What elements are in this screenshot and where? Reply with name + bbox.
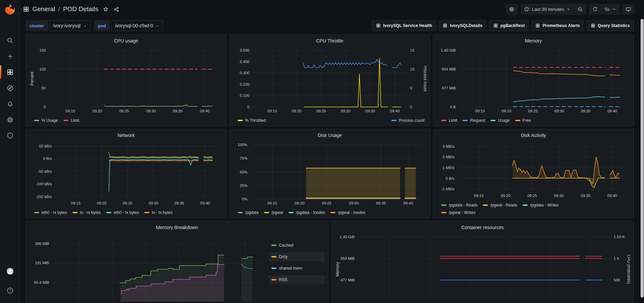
time-range-button[interactable]: Last 30 minutes	[521, 4, 574, 15]
refresh-interval-button[interactable]: 5s	[602, 4, 619, 15]
panel-title[interactable]: Memory Breakdown	[29, 223, 325, 232]
svg-text:15: 15	[410, 48, 414, 52]
legend-item[interactable]: Limit	[441, 117, 457, 124]
svg-text:09:30: 09:30	[341, 109, 351, 113]
dashboard-link[interactable]: Query Statistics	[587, 20, 634, 31]
legend-item[interactable]: Request	[463, 117, 485, 124]
refresh-button[interactable]	[589, 4, 601, 15]
disk-usage-chart[interactable]: 0%25%50%75%100%09:1509:2009:2509:3009:35…	[233, 140, 427, 208]
panel-disk-usage: Disk Usage 0%25%50%75%100%09:1509:2009:2…	[229, 129, 430, 218]
profile-icon	[6, 268, 14, 275]
cpu-usage-chart[interactable]: 05010015009:1509:2009:2509:3009:3509:40P…	[29, 46, 223, 116]
star-icon[interactable]	[103, 6, 109, 12]
legend-item[interactable]: /pgdata	[238, 209, 259, 216]
svg-text:0.500: 0.500	[240, 48, 250, 52]
svg-text:100: 100	[39, 67, 46, 71]
svg-text:09:25: 09:25	[322, 201, 331, 205]
breadcrumb-page[interactable]: POD Details	[63, 5, 98, 13]
svg-text:1.40 GiB: 1.40 GiB	[441, 48, 456, 52]
panel-title[interactable]: CPU usage	[29, 37, 223, 46]
legend-item[interactable]: /pgwal - Writes	[441, 209, 475, 216]
kiosk-mode-button[interactable]	[622, 4, 635, 15]
sidebar-item-configuration[interactable]	[0, 112, 20, 128]
svg-text:09:20: 09:20	[502, 109, 511, 113]
legend-item[interactable]: Process count	[391, 117, 425, 124]
sidebar-item-dashboards[interactable]	[0, 64, 20, 80]
panel-network: Network -150 kB/s-100 kB/s-50 kB/s0 B/s5…	[26, 129, 227, 218]
legend-item[interactable]: eth0 - tx bytes	[106, 209, 139, 216]
scrollbar[interactable]	[641, 19, 644, 298]
dashboard-link[interactable]: pgBackRest	[489, 20, 529, 31]
legend-item[interactable]: Cached	[269, 241, 325, 250]
dashboard-link[interactable]: IvorySQL Service Health	[372, 20, 436, 31]
create-icon	[6, 53, 14, 60]
svg-text:CPU (millicores): CPU (millicores)	[626, 255, 630, 284]
sidebar-item-create[interactable]	[0, 48, 20, 64]
svg-text:09:30: 09:30	[554, 194, 564, 198]
panel-title[interactable]: Disk Usage	[233, 131, 427, 140]
dashboard-link[interactable]: Prometheus Alerts	[531, 20, 584, 31]
dashboard-link[interactable]: IvorySQLDetails	[439, 20, 487, 31]
panel-title[interactable]: Container resources	[335, 223, 630, 232]
legend-item[interactable]: /pgdata - Reads	[441, 202, 477, 209]
svg-text:09:20: 09:20	[92, 109, 102, 113]
time-picker-group: Last 30 minutes	[521, 4, 586, 15]
chevron-down-icon	[612, 7, 616, 11]
memory-chart[interactable]: 0 B477 MiB954 MiB1.40 GiB09:1509:2009:25…	[437, 46, 630, 116]
help-icon: ?	[6, 287, 14, 294]
sidebar-item-alerting[interactable]	[0, 96, 20, 112]
svg-text:09:25: 09:25	[119, 109, 129, 113]
share-icon[interactable]	[113, 6, 120, 12]
legend-item[interactable]: Dirty	[269, 252, 325, 261]
alerting-icon	[6, 100, 14, 108]
panel-memory-breakdown: Memory Breakdown 95.4 MiB191 MiB286 MiB0…	[26, 221, 328, 303]
legend-item[interactable]: /pgwal - Reads	[483, 202, 517, 209]
network-chart[interactable]: -150 kB/s-100 kB/s-50 kB/s0 B/s50 kB/s09…	[29, 140, 223, 208]
variable-cluster: clusterivory:ivorysql	[26, 20, 91, 31]
panel-title[interactable]: CPU Throttle	[233, 37, 427, 46]
sidebar-item-server-admin[interactable]	[0, 128, 20, 143]
panel-title[interactable]: Disk Activity	[437, 131, 630, 140]
topbar: General / POD Details Last 30 minutes	[20, 0, 644, 18]
memory-breakdown-chart[interactable]: 95.4 MiB191 MiB286 MiB09:1509:2009:2509:…	[29, 232, 267, 303]
breadcrumb-folder[interactable]: General	[32, 5, 55, 13]
legend-item[interactable]: % Throttled	[238, 117, 266, 124]
panel-title[interactable]: Memory	[437, 37, 630, 46]
dashboard-settings-button[interactable]	[505, 4, 518, 15]
legend-item[interactable]: RSS	[269, 275, 325, 284]
chevron-down-icon	[83, 24, 87, 28]
subbar: clusterivory:ivorysql podivorysql-00-z5w…	[20, 18, 644, 34]
cpu-throttle-chart[interactable]: 00.1000.2000.3000.4000.50009:1509:2009:2…	[233, 46, 427, 116]
variable-label: pod	[94, 20, 110, 31]
legend-item[interactable]: shared mem	[269, 264, 325, 273]
variable-value-dropdown[interactable]: ivory:ivorysql	[50, 20, 91, 31]
disk-activity-chart[interactable]: -1 MB/s0 B/s1 MB/s2 MB/s3 MB/s09:1509:20…	[437, 140, 630, 200]
legend-item[interactable]: /pgwal	[264, 209, 283, 216]
legend-item[interactable]: % Usage	[34, 117, 58, 124]
legend-item[interactable]: lo - rx bytes	[72, 209, 101, 216]
svg-text:09:40: 09:40	[200, 201, 210, 205]
svg-text:09:35: 09:35	[581, 109, 591, 113]
panel-title[interactable]: Network	[29, 131, 223, 140]
variable-pod: podivorysql-00-z5wl-0	[94, 20, 164, 31]
legend-item[interactable]: /pgdata - Inodes	[289, 209, 325, 216]
legend-item[interactable]: Usage	[491, 117, 510, 124]
legend-item[interactable]: Limit	[63, 117, 79, 124]
svg-text:09:15: 09:15	[71, 201, 81, 205]
sidebar-item-profile[interactable]	[0, 263, 20, 279]
legend-item[interactable]: Free	[515, 117, 531, 124]
memory-legend: LimitRequestUsageFree	[437, 116, 630, 125]
server-admin-icon	[6, 132, 14, 139]
zoom-out-button[interactable]	[574, 4, 586, 15]
sidebar-item-help[interactable]: ?	[0, 282, 20, 298]
legend-item[interactable]: lo - tx bytes	[144, 209, 172, 216]
legend-item[interactable]: /pgwal - Inodes	[330, 209, 365, 216]
grafana-logo[interactable]	[0, 0, 20, 19]
legend-item[interactable]: eth0 - rx bytes	[34, 209, 67, 216]
sidebar-item-explore[interactable]	[0, 80, 20, 96]
container-resources-chart[interactable]: 477 MiB954 MiB1.40 GiB09:1509:2009:2509:…	[335, 232, 630, 303]
legend-item[interactable]: /pgdata - Writes	[523, 202, 558, 209]
sidebar-item-search[interactable]	[0, 32, 20, 48]
variable-value-dropdown[interactable]: ivorysql-00-z5wl-0	[111, 20, 163, 31]
refresh-group: 5s	[589, 4, 619, 15]
